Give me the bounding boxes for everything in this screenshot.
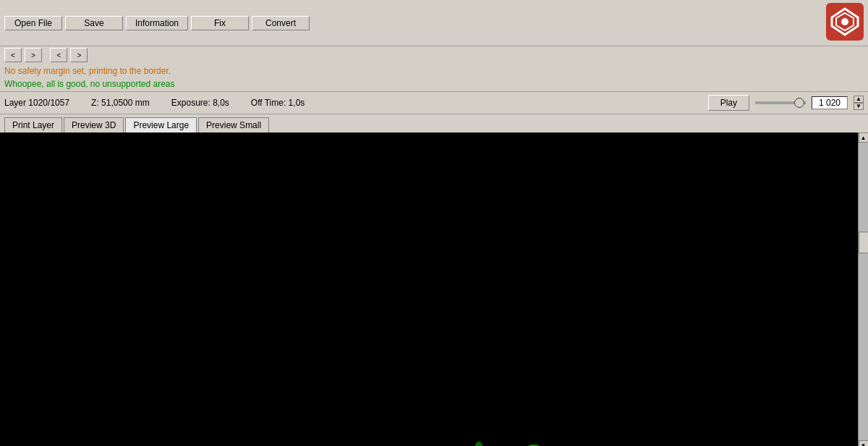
nav-prev-button-top[interactable]: <: [4, 48, 22, 62]
nav-next-button-bottom[interactable]: >: [70, 48, 88, 62]
toolbar: Open File Save Information Fix Convert: [0, 0, 868, 46]
scroll-down-button[interactable]: ▼: [859, 440, 869, 446]
layer-slider[interactable]: [755, 101, 806, 104]
scroll-thumb-vertical[interactable]: [859, 232, 869, 253]
layer-info-exposure: Exposure: 8,0s: [171, 98, 229, 108]
photon-workshop-logo: [826, 3, 864, 41]
nav-prev-button-bottom[interactable]: <: [50, 48, 67, 62]
layer-info-z: Z: 51,0500 mm: [91, 98, 150, 108]
layer-info-bar: Layer 1020/1057 Z: 51,0500 mm Exposure: …: [0, 91, 868, 114]
layer-counter-input[interactable]: [812, 96, 848, 109]
counter-down-button[interactable]: ▼: [854, 103, 864, 110]
nav-next-button-top[interactable]: >: [25, 48, 42, 62]
tab-preview-large[interactable]: Preview Large: [125, 117, 197, 133]
tab-preview-small[interactable]: Preview Small: [198, 117, 269, 132]
ok-message: Whoopee, all is good, no unsupported are…: [4, 77, 864, 91]
open-file-button[interactable]: Open File: [4, 16, 62, 30]
save-button[interactable]: Save: [65, 16, 123, 30]
counter-spinners: ▲ ▼: [854, 96, 864, 110]
slider-container: [755, 101, 806, 104]
convert-button[interactable]: Convert: [252, 16, 310, 30]
canvas-svg: [0, 132, 858, 446]
fix-button[interactable]: Fix: [191, 16, 249, 30]
information-button[interactable]: Information: [126, 16, 188, 30]
svg-rect-4: [0, 132, 858, 446]
svg-point-3: [841, 18, 848, 25]
messages-area: No safety margin set, printing to the bo…: [0, 64, 868, 91]
nav-row: < > < >: [0, 46, 868, 64]
tab-print-layer[interactable]: Print Layer: [4, 117, 62, 132]
play-section: Play ▲ ▼: [708, 95, 864, 111]
scroll-track-vertical[interactable]: [859, 143, 869, 440]
layer-info-layer: Layer 1020/1057: [4, 98, 69, 108]
main-area: ▲ ▼: [0, 132, 868, 446]
tabs-bar: Print Layer Preview 3D Preview Large Pre…: [0, 114, 868, 132]
canvas-area[interactable]: [0, 132, 858, 446]
logo-area: [826, 3, 864, 43]
tab-preview-3d[interactable]: Preview 3D: [64, 117, 124, 132]
counter-up-button[interactable]: ▲: [854, 96, 864, 103]
warning-message: No safety margin set, printing to the bo…: [4, 64, 864, 77]
scroll-up-button[interactable]: ▲: [859, 132, 869, 143]
play-button[interactable]: Play: [708, 95, 749, 111]
layer-info-off-time: Off Time: 1,0s: [251, 98, 305, 108]
vertical-scrollbar: ▲ ▼: [858, 132, 868, 446]
